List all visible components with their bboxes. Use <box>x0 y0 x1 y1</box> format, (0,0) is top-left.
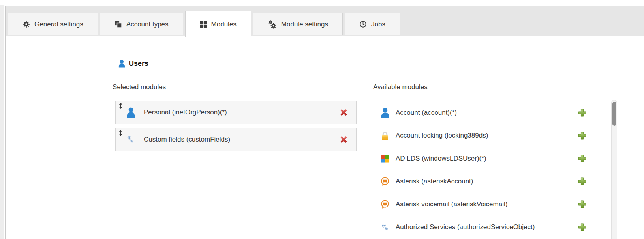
section-divider <box>113 70 617 70</box>
gear-icon <box>23 21 30 28</box>
tab-label: General settings <box>34 21 83 28</box>
module-label: Custom fields (customFields) <box>144 136 230 144</box>
available-modules-list: Account (account)(*)Account locking (loc… <box>380 101 587 239</box>
remove-module-button[interactable] <box>340 136 348 144</box>
available-module-row: Account locking (locking389ds) <box>380 124 587 147</box>
section-title: Users <box>129 60 148 68</box>
available-module-row: Account (account)(*) <box>380 101 587 124</box>
user-icon <box>381 108 390 118</box>
selected-module-row[interactable]: Custom fields (customFields) <box>115 128 357 151</box>
module-label: Personal (inetOrgPerson)(*) <box>144 108 227 116</box>
module-label: Account locking (locking389ds) <box>396 132 488 140</box>
add-module-button[interactable] <box>578 132 586 140</box>
tab-label: Module settings <box>281 21 328 28</box>
module-icon-slot <box>380 200 390 209</box>
drag-handle-icon[interactable] <box>118 103 123 109</box>
clock-icon <box>359 21 367 28</box>
gears-blue-icon <box>126 135 134 144</box>
gears-blue-icon <box>381 223 389 232</box>
add-module-button[interactable] <box>578 155 586 163</box>
available-module-row: Asterisk (asteriskAccount) <box>380 170 587 193</box>
tab-modules[interactable]: Modules <box>185 11 251 37</box>
lock-icon <box>381 131 389 140</box>
grid-icon <box>200 21 207 28</box>
tab-module-settings[interactable]: Module settings <box>253 13 343 35</box>
user-icon <box>118 59 125 69</box>
available-modules-header: Available modules <box>373 83 428 91</box>
user-icon <box>126 107 135 118</box>
modules-settings-page: General settingsAccount typesModulesModu… <box>0 0 644 239</box>
copy-icon <box>115 21 122 28</box>
asterisk-icon <box>380 200 390 209</box>
users-section-heading: Users <box>118 59 148 69</box>
tab-label: Account types <box>126 21 169 28</box>
windows-icon <box>381 155 389 163</box>
module-icon-slot <box>380 155 390 163</box>
drag-handle-icon[interactable] <box>118 130 123 136</box>
add-module-button[interactable] <box>578 109 586 117</box>
tab-general-settings[interactable]: General settings <box>8 13 98 35</box>
gears-icon <box>268 20 277 29</box>
tab-bar: General settingsAccount typesModulesModu… <box>6 6 644 36</box>
selected-modules-header: Selected modules <box>113 83 166 91</box>
asterisk-icon <box>380 177 390 186</box>
add-module-button[interactable] <box>578 177 586 186</box>
available-module-row: Authorized Services (authorizedServiceOb… <box>380 216 587 239</box>
module-label: Account (account)(*) <box>396 109 457 117</box>
available-list-scrollbar-thumb[interactable] <box>612 102 616 126</box>
module-label: Asterisk (asteriskAccount) <box>396 177 473 185</box>
module-icon-slot <box>380 223 390 232</box>
tab-label: Jobs <box>371 21 385 28</box>
available-module-row: AD LDS (windowsLDSUser)(*) <box>380 147 587 170</box>
module-icon-slot <box>380 131 390 140</box>
module-icon-slot <box>380 108 390 118</box>
available-module-row: Asterisk voicemail (asteriskVoicemail) <box>380 193 587 216</box>
add-module-button[interactable] <box>578 223 586 232</box>
module-icon-slot <box>380 177 390 186</box>
tab-jobs[interactable]: Jobs <box>345 13 400 35</box>
module-label: AD LDS (windowsLDSUser)(*) <box>396 155 486 162</box>
tab-account-types[interactable]: Account types <box>100 13 183 35</box>
module-label: Asterisk voicemail (asteriskVoicemail) <box>396 200 507 208</box>
remove-module-button[interactable] <box>340 108 348 116</box>
tab-label: Modules <box>211 21 237 28</box>
page-left-gutter <box>0 5 4 239</box>
add-module-button[interactable] <box>578 200 586 209</box>
selected-module-row[interactable]: Personal (inetOrgPerson)(*) <box>115 101 357 124</box>
selected-modules-list: Personal (inetOrgPerson)(*)Custom fields… <box>115 101 357 155</box>
module-label: Authorized Services (authorizedServiceOb… <box>396 223 535 231</box>
